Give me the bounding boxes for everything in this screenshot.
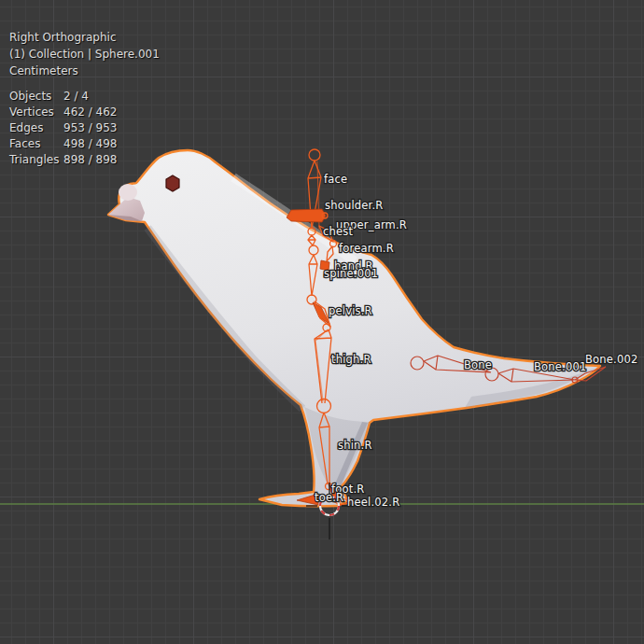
bone-label-toe: toe.R (315, 491, 343, 504)
bone-label-heel-02: heel.02.R (347, 496, 399, 509)
blender-3d-viewport[interactable]: Right Orthographic (1) Collection | Sphe… (0, 0, 644, 644)
eye[interactable] (166, 175, 179, 191)
bone-label-thigh: thigh.R (331, 353, 371, 366)
joint-head[interactable] (309, 149, 320, 161)
bone-label-shoulder: shoulder.R (325, 199, 384, 212)
bone-label-bone: Bone (464, 358, 492, 371)
bone-label-chest: chest (323, 225, 353, 238)
beak-cere (119, 184, 137, 201)
scene-canvas[interactable]: face shoulder.R upper_arm.R chest forear… (0, 0, 644, 644)
bone-label-shin: shin.R (338, 439, 372, 452)
bone-label-forearm: forearm.R (339, 242, 394, 255)
bone-label-spine-001: spine.001 (324, 267, 378, 280)
bone-label-bone-002: Bone.002 (585, 353, 638, 366)
bone-shoulder[interactable] (287, 209, 326, 222)
bone-label-bone-001: Bone.001 (534, 360, 587, 373)
bone-label-face: face (324, 173, 347, 186)
bone-label-pelvis: pelvis.R (329, 304, 372, 317)
